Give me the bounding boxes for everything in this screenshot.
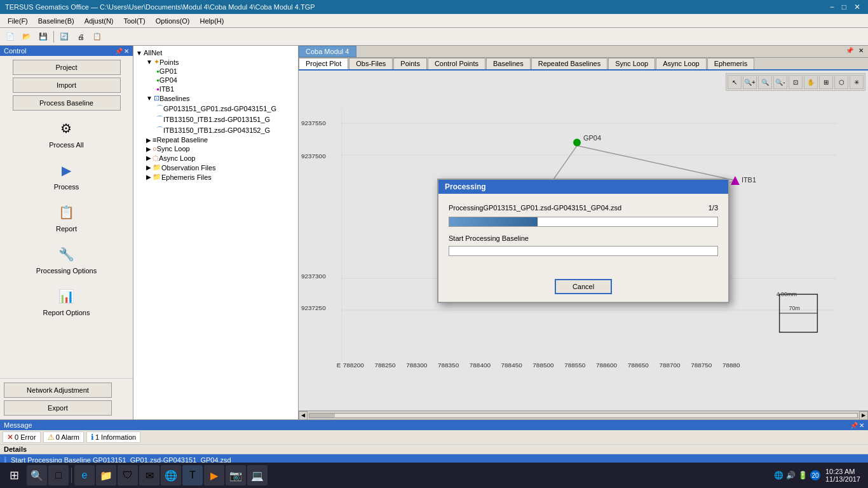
tree-ephemeris-files[interactable]: ▶ 📁 Ephemeris Files — [136, 172, 295, 182]
progress-fill-1 — [449, 217, 538, 226]
volume-icon[interactable]: 🔊 — [786, 471, 796, 480]
cancel-button[interactable]: Cancel — [555, 279, 612, 294]
tree-sync-loop-label: Sync Loop — [157, 145, 190, 152]
process-all-icon: ⚙ — [55, 117, 78, 140]
message-panel-header: Message 📌 ✕ — [0, 420, 868, 430]
menu-options[interactable]: Options(O) — [151, 16, 195, 26]
tab-obs-files[interactable]: Obs-Files — [349, 58, 393, 69]
task-view-button[interactable]: □ — [48, 465, 69, 485]
tree-itb1[interactable]: ● ITB1 — [136, 85, 295, 93]
menu-baseline[interactable]: Baseline(B) — [33, 16, 79, 26]
export-button[interactable]: Export — [4, 400, 112, 416]
minimize-button[interactable]: − — [827, 3, 837, 11]
report-options-button[interactable]: 📊 Report Options — [41, 282, 93, 319]
open-button[interactable]: 📂 — [19, 30, 34, 44]
control-panel: Control 📌 ✕ Project Import Process Basel… — [0, 46, 133, 419]
tab-control-points[interactable]: Control Points — [428, 58, 485, 69]
tab-points[interactable]: Points — [393, 58, 427, 69]
processing-options-label: Processing Options — [36, 267, 97, 274]
tree-baseline-3[interactable]: ⌒ ITB13150_ITB1.zsd-GP043152_G — [136, 125, 295, 135]
tree-async-loop[interactable]: ▶ ◌ Async Loop — [136, 153, 295, 163]
task-tersus-button[interactable]: T — [182, 465, 203, 485]
refresh-button[interactable]: 🔄 — [57, 30, 72, 44]
task-edge-button[interactable]: e — [74, 465, 95, 485]
task-explorer-button[interactable]: 📁 — [96, 465, 116, 485]
sys-tray: 🌐 🔊 🔋 20 — [774, 470, 820, 480]
network-adjustment-button[interactable]: Network Adjustment — [4, 383, 112, 398]
alarm-badge[interactable]: ⚠ 0 Alarm — [43, 431, 84, 443]
copy-button[interactable]: 📋 — [90, 30, 105, 44]
tab-baselines[interactable]: Baselines — [486, 58, 531, 69]
save-button[interactable]: 💾 — [36, 30, 51, 44]
clock-display[interactable]: 10:23 AM 11/13/2017 — [825, 468, 860, 483]
info-icon: ℹ — [91, 433, 94, 442]
network-icon[interactable]: 🌐 — [774, 471, 783, 480]
notification-count[interactable]: 20 — [810, 470, 820, 480]
tab-sync-loop[interactable]: Sync Loop — [608, 58, 655, 69]
modal-overlay: Processing ProcessingGP013151_GP01.zsd-G… — [299, 71, 868, 410]
report-button[interactable]: 📋 Report — [53, 198, 81, 235]
tree-gp01[interactable]: ● GP01 — [136, 67, 295, 76]
alarm-icon: ⚠ — [48, 433, 55, 442]
tree-allnet-label: AllNet — [144, 49, 162, 57]
error-icon: ✕ — [7, 433, 13, 442]
process-button[interactable]: ▶ Process — [51, 156, 82, 193]
tab-async-loop[interactable]: Async Loop — [656, 58, 706, 69]
tree-repeat-baseline[interactable]: ▶ ≡ Repeat Baseline — [136, 135, 295, 144]
task-laptop-button[interactable]: 💻 — [247, 465, 268, 485]
report-label: Report — [56, 225, 77, 233]
message-close-button[interactable]: ✕ — [859, 422, 864, 429]
task-camera-button[interactable]: 📷 — [226, 465, 246, 485]
report-options-icon: 📊 — [55, 285, 78, 308]
tree-baselines-folder[interactable]: ▼ ⊡ Baselines — [136, 93, 295, 103]
close-button[interactable]: ✕ — [851, 3, 863, 11]
scroll-right-button[interactable]: ▶ — [859, 411, 868, 420]
error-count: 0 Error — [15, 433, 36, 441]
process-all-button[interactable]: ⚙ Process All — [46, 114, 86, 151]
tree-gp04[interactable]: ● GP04 — [136, 76, 295, 85]
start-button[interactable]: ⊞ — [3, 464, 25, 487]
task-vlc-button[interactable]: ▶ — [204, 465, 224, 485]
window-pin-button[interactable]: 📌 — [844, 47, 855, 54]
tab-ephemeris[interactable]: Ephemeris — [707, 58, 755, 69]
new-button[interactable]: 📄 — [3, 30, 18, 44]
battery-icon[interactable]: 🔋 — [798, 471, 808, 480]
task-mail-button[interactable]: ✉ — [139, 465, 159, 485]
report-options-label: Report Options — [43, 309, 90, 316]
error-badge[interactable]: ✕ 0 Error — [3, 431, 41, 443]
process-baseline-button[interactable]: Process Baseline — [13, 95, 121, 111]
menu-adjust[interactable]: Adjust(N) — [79, 16, 119, 26]
tree-allnet[interactable]: ▼ AllNet — [136, 48, 295, 57]
maximize-button[interactable]: □ — [839, 3, 849, 11]
menu-help[interactable]: Help(H) — [195, 16, 229, 26]
info-badge[interactable]: ℹ 1 Information — [86, 431, 140, 443]
window-tab[interactable]: Coba Modul 4 — [299, 46, 356, 57]
tree-repeat-baseline-label: Repeat Baseline — [156, 136, 208, 144]
modal-body: ProcessingGP013151_GP01.zsd-GP043151_GP0… — [438, 194, 728, 276]
task-chrome-button[interactable]: 🌐 — [161, 465, 181, 485]
h-scroll-track[interactable] — [309, 413, 858, 418]
import-button[interactable]: Import — [13, 78, 121, 93]
message-pin-button[interactable]: 📌 — [850, 422, 858, 429]
tree-baseline-2[interactable]: ⌒ ITB13150_ITB1.zsd-GP013151_G — [136, 114, 295, 125]
panel-pin-button[interactable]: 📌 — [115, 48, 123, 55]
task-security-button[interactable]: 🛡 — [118, 465, 138, 485]
menu-tool[interactable]: Tool(T) — [118, 16, 150, 26]
panel-close-button[interactable]: ✕ — [124, 48, 129, 55]
tree-sync-loop[interactable]: ▶ ○ Sync Loop — [136, 144, 295, 153]
tab-repeated-baselines[interactable]: Repeated Baselines — [531, 58, 607, 69]
tree-observation-files[interactable]: ▶ 📁 Observation Files — [136, 163, 295, 172]
tree-baseline-2-label: ITB13150_ITB1.zsd-GP013151_G — [163, 116, 270, 123]
processing-options-button[interactable]: 🔧 Processing Options — [34, 240, 99, 277]
tree-baseline-1[interactable]: ⌒ GP013151_GP01.zsd-GP043151_G — [136, 103, 295, 114]
process-row: ▶ Process — [51, 156, 82, 193]
tab-project-plot[interactable]: Project Plot — [299, 58, 348, 69]
menu-file[interactable]: File(F) — [3, 16, 33, 26]
window-close-button[interactable]: ✕ — [857, 47, 865, 54]
task-search-button[interactable]: 🔍 — [27, 465, 47, 485]
tree-points-folder[interactable]: ▼ ✦ Points — [136, 57, 295, 67]
print-button[interactable]: 🖨 — [73, 30, 88, 44]
project-button[interactable]: Project — [13, 60, 121, 75]
process-filename: ProcessingGP013151_GP01.zsd-GP043151_GP0… — [449, 204, 621, 212]
scroll-left-button[interactable]: ◀ — [299, 411, 308, 420]
